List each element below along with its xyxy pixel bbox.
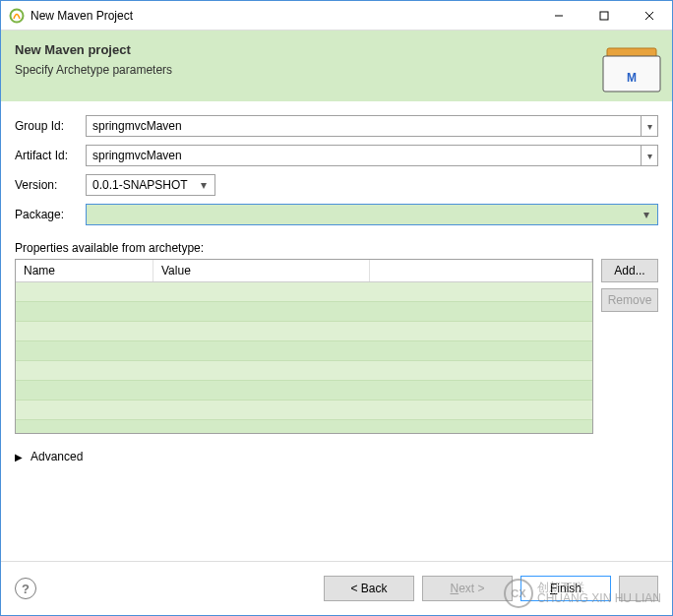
table-row — [16, 341, 592, 361]
finish-button[interactable]: Finish — [520, 576, 611, 601]
wizard-banner: New Maven project Specify Archetype para… — [1, 31, 672, 101]
maximize-button[interactable] — [581, 1, 627, 30]
svg-rect-2 — [600, 12, 608, 20]
maven-large-icon: M — [601, 44, 662, 93]
table-row — [16, 400, 592, 420]
column-value[interactable]: Value — [153, 260, 370, 281]
table-header: Name Value — [16, 260, 592, 282]
group-id-label: Group Id: — [15, 119, 86, 133]
package-label: Package: — [15, 208, 86, 221]
version-value: 0.0.1-SNAPSHOT — [92, 178, 188, 192]
button-bar: ? < Back Next > Finish — [1, 561, 672, 615]
table-row — [16, 322, 592, 341]
remove-button[interactable]: Remove — [601, 288, 658, 312]
table-row — [16, 282, 592, 302]
close-button[interactable] — [627, 1, 672, 30]
artifact-id-dropdown-arrow[interactable]: ▾ — [641, 145, 658, 166]
advanced-label: Advanced — [31, 450, 83, 463]
dialog-window: New Maven Project New Maven project Spec… — [0, 0, 673, 616]
artifact-id-input[interactable] — [86, 145, 641, 166]
help-icon[interactable]: ? — [15, 578, 36, 599]
properties-table[interactable]: Name Value — [15, 259, 593, 434]
content-area: Group Id: ▾ Artifact Id: ▾ Version: 0.0.… — [1, 101, 672, 561]
window-title: New Maven Project — [31, 9, 536, 23]
advanced-toggle[interactable]: ▶ Advanced — [15, 450, 658, 463]
svg-point-0 — [11, 9, 24, 22]
svg-text:M: M — [627, 71, 637, 85]
chevron-down-icon: ▾ — [197, 178, 211, 192]
cancel-button-partial[interactable] — [619, 576, 658, 601]
back-button[interactable]: < Back — [324, 576, 414, 601]
window-controls — [536, 1, 672, 30]
group-id-input[interactable] — [86, 115, 641, 137]
table-row — [16, 361, 592, 381]
table-row — [16, 381, 592, 400]
properties-caption: Properties available from archetype: — [15, 241, 658, 255]
banner-subtitle: Specify Archetype parameters — [15, 63, 658, 77]
package-combo[interactable]: ▾ — [86, 204, 658, 225]
titlebar: New Maven Project — [1, 1, 672, 31]
minimize-button[interactable] — [536, 1, 581, 30]
artifact-id-label: Artifact Id: — [15, 149, 86, 162]
version-combo[interactable]: 0.0.1-SNAPSHOT ▾ — [86, 174, 215, 196]
next-button[interactable]: Next > — [422, 576, 513, 601]
triangle-right-icon: ▶ — [15, 452, 27, 462]
table-row — [16, 302, 592, 322]
banner-title: New Maven project — [15, 42, 658, 57]
add-button[interactable]: Add... — [601, 259, 658, 282]
chevron-down-icon: ▾ — [640, 208, 653, 221]
column-name[interactable]: Name — [16, 260, 153, 281]
group-id-dropdown-arrow[interactable]: ▾ — [641, 115, 658, 137]
column-spacer — [370, 260, 592, 281]
maven-app-icon — [9, 8, 25, 24]
version-label: Version: — [15, 178, 86, 192]
